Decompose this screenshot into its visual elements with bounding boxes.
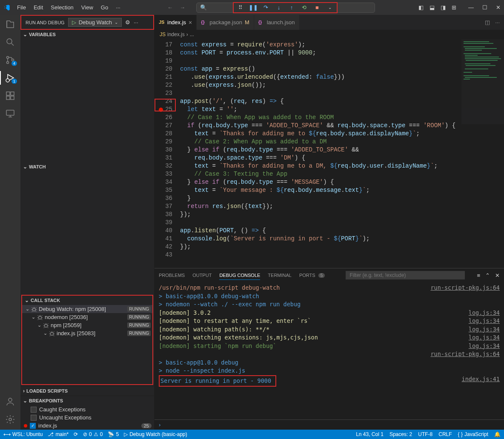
close-tab-icon[interactable]: × [189,19,192,26]
editor-tab[interactable]: {} package.json M [197,15,254,30]
source-control-icon[interactable]: 4 [5,55,15,65]
menu-go[interactable]: Go [97,3,112,12]
console-input[interactable]: › [155,419,504,430]
editor-pane[interactable]: 1718192021222324252627282930313233343536… [155,39,504,268]
breakpoint-uncaught[interactable]: Uncaught Exceptions [20,413,154,422]
console-source-link[interactable]: run-script-pkg.js:64 [430,350,500,359]
tab-problems[interactable]: Problems [159,271,185,279]
explorer-icon[interactable] [5,19,15,29]
console-source-link[interactable]: log.js:34 [469,309,500,317]
git-sync[interactable]: ⟳ [74,431,78,437]
code-line[interactable]: }); [180,243,504,251]
window-minimize-icon[interactable]: — [468,4,474,11]
debug-dropdown-icon[interactable]: ⌄ [326,4,333,11]
code-line[interactable]: } else if (req.body.type === 'MESSAGE') … [180,178,504,186]
tab-debug-console[interactable]: Debug Console [219,271,260,280]
clear-console-icon[interactable]: ≡ [477,272,480,279]
code-line[interactable]: const express = require('express'); [180,41,504,49]
maximize-panel-icon[interactable]: ⌃ [485,272,490,279]
callstack-row[interactable]: ⌄ Debug Watch: npm [25008] RUNNING [22,305,152,313]
window-maximize-icon[interactable]: ☐ [482,4,487,11]
menu-file[interactable]: File [14,3,29,12]
breadcrumb[interactable]: JS index.js › ... [155,30,504,39]
code-line[interactable]: // Case 3: Texting the App [180,170,504,178]
code-line[interactable]: .use(express.urlencoded({extended: false… [180,73,504,81]
indentation[interactable]: Spaces: 2 [389,431,412,437]
close-panel-icon[interactable]: ✕ [495,272,500,279]
nav-back-icon[interactable]: ← [167,4,173,11]
cursor-position[interactable]: Ln 43, Col 1 [356,431,384,437]
tab-output[interactable]: Output [192,271,212,279]
line-gutter[interactable]: 1718192021222324252627282930313233343536… [155,39,180,268]
layout-right-icon[interactable]: ◨ [441,4,446,11]
editor-tab[interactable]: JS index.js × [155,15,197,30]
layout-customize-icon[interactable]: ⊞ [452,4,456,11]
menu-selection[interactable]: Selection [47,3,77,12]
debug-step-over-icon[interactable]: ↷ [263,4,269,11]
debug-session[interactable]: ▷ Debug Watch (basic-app) [124,431,187,437]
console-source-link[interactable]: run-script-pkg.js:64 [430,284,500,292]
console-source-link[interactable]: index.js:41 [462,375,500,387]
run-debug-icon[interactable]: 1 [5,73,15,83]
language-mode[interactable]: { } JavaScript [458,431,488,437]
code-line[interactable]: if (req.body.type === 'ADDED_TO_SPACE' &… [180,122,504,130]
layout-left-icon[interactable]: ◧ [418,4,424,11]
debug-step-into-icon[interactable]: ↓ [275,4,282,11]
code-line[interactable]: .use(express.json()); [180,81,504,89]
ports-indicator[interactable]: 📡5 [108,431,119,437]
code-line[interactable]: // Case 1: When App was added to the ROO… [180,114,504,122]
checkbox-unchecked-icon[interactable] [31,407,37,413]
code-line[interactable]: return res.json({text}); [180,202,504,211]
start-debug-icon[interactable]: ▷ [72,19,76,26]
debug-console-body[interactable]: /usr/bin/npm run-script debug-watchrun-s… [155,282,504,419]
code-line[interactable]: } else if (req.body.type === 'ADDED_TO_S… [180,146,504,154]
search-icon[interactable] [5,37,15,47]
code-line[interactable] [180,89,504,97]
settings-gear-icon[interactable] [5,414,15,425]
minimap[interactable] [461,39,504,124]
checkbox-checked-icon[interactable]: ✓ [30,423,36,429]
code-line[interactable]: } [180,194,504,202]
code-line[interactable]: text = `Thanks for adding me to a DM, ${… [180,162,504,170]
code-line[interactable]: const PORT = process.env.PORT || 9000; [180,49,504,57]
watch-header[interactable]: ⌄ Watch [20,162,154,171]
tab-ports[interactable]: Ports 5 [299,271,325,279]
split-editor-icon[interactable]: ◫ [485,19,490,26]
notifications-icon[interactable]: 🔔 [494,431,501,437]
window-close-icon[interactable]: ✕ [496,4,501,11]
debug-config-selector[interactable]: ▷ Debug Watch ⌄ [68,18,122,27]
debug-step-out-icon[interactable]: ↑ [288,4,295,11]
checkbox-unchecked-icon[interactable] [31,415,37,421]
problems-indicator[interactable]: ⊘0 ⚠0 [83,431,103,437]
code-area[interactable]: const express = require('express');const… [180,39,504,268]
code-line[interactable]: const app = express() [180,65,504,73]
remote-explorer-icon[interactable] [5,108,15,119]
code-line[interactable]: text = `Thanks for adding me to ${req.bo… [180,130,504,138]
layout-bottom-icon[interactable]: ⬓ [430,4,435,11]
breakpoint-file[interactable]: ✓ index.js 25 [20,422,154,430]
more-actions-icon[interactable]: ··· [134,19,138,26]
menu-more[interactable]: ··· [112,3,124,12]
callstack-header[interactable]: ⌄ Call Stack [22,296,152,305]
code-line[interactable]: app.post('/', (req, res) => { [180,97,504,105]
more-actions-icon[interactable]: ··· [495,19,500,26]
code-line[interactable]: // Case 2: When App was added to a DM [180,138,504,146]
git-branch[interactable]: ⎇ main* [48,431,69,437]
debug-stop-icon[interactable]: ■ [314,4,321,11]
breakpoint-caught[interactable]: Caught Exceptions [20,405,154,413]
code-line[interactable] [180,219,504,227]
debug-restart-icon[interactable]: ⟲ [301,4,308,11]
code-line[interactable]: let text = ''; [180,105,504,114]
debug-pause-icon[interactable]: ❚❚ [250,4,257,11]
console-filter-input[interactable] [346,271,465,279]
code-line[interactable] [180,251,504,259]
console-source-link[interactable]: log.js:34 [469,334,500,342]
chevron-down-icon[interactable]: ⌄ [115,20,118,25]
eol[interactable]: CRLF [438,431,452,437]
callstack-row[interactable]: ⌄ index.js [25083] RUNNING [22,329,152,337]
nav-forward-icon[interactable]: → [180,4,185,11]
code-line[interactable]: text = `Your message : ${req.body.messag… [180,186,504,194]
editor-tab[interactable]: {} launch.json [254,15,300,30]
code-line[interactable]: req.body.space.type === 'DM') { [180,154,504,162]
remote-indicator[interactable]: ⟷ WSL: Ubuntu [3,431,43,437]
